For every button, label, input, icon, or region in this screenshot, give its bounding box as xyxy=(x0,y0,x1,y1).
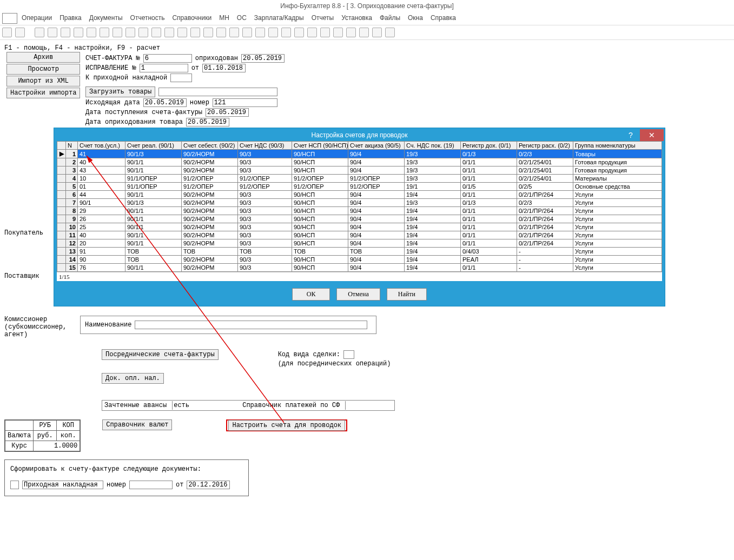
menu-documents[interactable]: Документы xyxy=(86,13,126,24)
toolbar-icon[interactable] xyxy=(74,28,83,37)
toolbar-icon[interactable] xyxy=(203,28,213,37)
load-goods-input[interactable] xyxy=(158,88,277,96)
cancel-button[interactable]: Отмена xyxy=(336,288,380,301)
out-num-input[interactable] xyxy=(213,98,277,107)
table-row[interactable]: 82990/1/190/2/НОРМ90/390/НСП90/419/40/1/… xyxy=(57,207,662,215)
copy-icon[interactable] xyxy=(48,28,57,37)
table-row[interactable]: 122090/1/190/2/НОРМ90/390/НСП90/419/40/1… xyxy=(57,239,662,248)
intermediary-sf-button[interactable]: Посреднические счета-фактуры xyxy=(102,349,219,360)
toolbar-icon[interactable] xyxy=(87,28,96,37)
toolbar-icon[interactable] xyxy=(281,28,291,37)
toolbar-icon[interactable] xyxy=(100,28,109,37)
toolbar-icon[interactable] xyxy=(15,28,25,37)
find-button[interactable]: Найти xyxy=(387,288,427,301)
toolbar-icon[interactable] xyxy=(2,28,12,37)
table-row[interactable]: 50191/1/ОПЕР91/2/ОПЕР91/2/ОПЕР91/2/ОПЕР9… xyxy=(57,183,662,191)
table-header[interactable]: Счет реал. (90/1) xyxy=(125,142,182,150)
menu-mn[interactable]: МН xyxy=(216,13,233,24)
toolbar-icon[interactable] xyxy=(242,28,252,37)
table-header[interactable]: Счет акциза (90/5) xyxy=(348,142,405,150)
doc-kind[interactable] xyxy=(22,481,103,489)
table-header[interactable]: Регистр расх. (0/2) xyxy=(517,142,573,150)
sf-posted-date[interactable] xyxy=(241,54,285,63)
name-input[interactable] xyxy=(135,321,367,329)
close-icon[interactable]: ✕ xyxy=(640,129,664,141)
table-row[interactable]: 1391ТОВТОВТОВТОВТОВ19/40/4/03-Услуги xyxy=(57,248,662,256)
currency-ref-button[interactable]: Справочник валют xyxy=(102,419,172,430)
toolbar-icon[interactable] xyxy=(320,28,330,37)
table-header[interactable]: Счет НДС (90/3) xyxy=(238,142,292,150)
corr-number-input[interactable] xyxy=(140,64,188,72)
cut-icon[interactable] xyxy=(35,28,44,37)
paste-icon[interactable] xyxy=(61,28,70,37)
toolbar-icon[interactable] xyxy=(113,28,122,37)
toolbar-icon[interactable] xyxy=(138,28,148,37)
table-row[interactable]: 157690/1/190/2/НОРМ90/390/НСП90/419/40/1… xyxy=(57,264,662,272)
toolbar-icon[interactable] xyxy=(385,28,395,37)
toolbar-icon[interactable] xyxy=(372,28,382,37)
menu-reporting[interactable]: Отчетность xyxy=(127,13,168,24)
toolbar-icon[interactable] xyxy=(255,28,265,37)
doc-check[interactable] xyxy=(10,481,19,489)
table-row[interactable]: ▶14190/1/390/2/НОРМ90/390/НСП90/419/30/1… xyxy=(57,150,662,158)
accounts-table[interactable]: NСчет тов.(усл.)Счет реал. (90/1)Счет се… xyxy=(57,141,662,272)
menu-edit[interactable]: Правка xyxy=(56,13,85,24)
pay-ref-input[interactable] xyxy=(345,401,372,410)
menu-windows[interactable]: Окна xyxy=(405,13,426,24)
menu-operations[interactable]: Операции xyxy=(18,13,55,24)
ok-button[interactable]: ОК xyxy=(292,288,330,301)
toolbar-icon[interactable] xyxy=(125,28,135,37)
import-xml-button[interactable]: Импорт из XML xyxy=(6,76,80,86)
table-header[interactable]: Группа номенклатуры xyxy=(573,142,662,150)
table-row[interactable]: 1490ТОВ90/2/НОРМ90/390/НСП90/419/4РЕАЛ-У… xyxy=(57,256,662,264)
toolbar-icon[interactable] xyxy=(346,28,356,37)
table-row[interactable]: 114090/1/190/2/НОРМ90/390/НСП90/419/40/1… xyxy=(57,231,662,239)
menu-files[interactable]: Файлы xyxy=(376,13,404,24)
table-row[interactable]: 34390/1/190/2/НОРМ90/390/НСП90/419/30/1/… xyxy=(57,166,662,175)
table-header[interactable]: Счет НСП (90/НСП) xyxy=(292,142,348,150)
toolbar-icon[interactable] xyxy=(307,28,317,37)
table-header[interactable]: Сч. НДС пок. (19) xyxy=(405,142,461,150)
table-row[interactable]: 41091/1/ОПЕР91/2/ОПЕР91/2/ОПЕР91/2/ОПЕР9… xyxy=(57,175,662,183)
doc-num-input[interactable] xyxy=(129,481,173,489)
table-header[interactable]: Счет себест. (90/2) xyxy=(182,142,238,150)
toolbar-icon[interactable] xyxy=(229,28,239,37)
sf-recv-date[interactable] xyxy=(206,108,249,117)
toolbar-icon[interactable] xyxy=(190,28,200,37)
table-row[interactable]: 64490/1/190/2/НОРМ90/390/НСП90/419/40/1/… xyxy=(57,191,662,199)
table-row[interactable]: 102590/1/190/2/НОРМ90/390/НСП90/419/40/1… xyxy=(57,223,662,231)
import-settings-button[interactable]: Настройки импорта xyxy=(6,88,80,98)
archive-button[interactable]: Архив xyxy=(6,52,80,63)
toolbar-icon[interactable] xyxy=(164,28,174,37)
menu-help[interactable]: Справка xyxy=(427,13,459,24)
menu-icon[interactable] xyxy=(2,13,17,24)
table-header[interactable] xyxy=(57,142,66,150)
advances-value[interactable] xyxy=(172,401,237,410)
menu-os[interactable]: ОС xyxy=(234,13,250,24)
preview-button[interactable]: Просмотр xyxy=(6,64,80,75)
sf-number-input[interactable] xyxy=(143,54,192,63)
menu-setup[interactable]: Установка xyxy=(338,13,375,24)
menu-salary[interactable]: Зарплата/Кадры xyxy=(251,13,307,24)
table-header[interactable]: Регистр дох. (0/1) xyxy=(461,142,517,150)
toolbar-icon[interactable] xyxy=(216,28,226,37)
toolbar-icon[interactable] xyxy=(151,28,161,37)
toolbar-icon[interactable] xyxy=(333,28,343,37)
load-goods-button[interactable]: Загрузить товары xyxy=(85,86,155,97)
table-header[interactable]: N xyxy=(66,142,78,150)
table-row[interactable]: 24090/1/190/2/НОРМ90/390/НСП90/419/30/1/… xyxy=(57,158,662,166)
out-date-input[interactable] xyxy=(143,98,187,107)
corr-from-date[interactable] xyxy=(202,64,246,72)
doc-from-date[interactable] xyxy=(187,481,230,489)
menu-refs[interactable]: Справочники xyxy=(169,13,215,24)
toolbar-icon[interactable] xyxy=(268,28,278,37)
table-row[interactable]: 790/190/1/390/2/НОРМ90/390/НСП90/419/30/… xyxy=(57,199,662,207)
table-row[interactable]: 92690/1/190/2/НОРМ90/390/НСП90/419/40/1/… xyxy=(57,215,662,223)
menu-reports[interactable]: Отчеты xyxy=(308,13,337,24)
toolbar-icon[interactable] xyxy=(294,28,304,37)
to-invoice-input[interactable] xyxy=(170,74,192,82)
toolbar-icon[interactable] xyxy=(177,28,187,37)
deal-code-input[interactable] xyxy=(343,350,354,359)
table-header[interactable]: Счет тов.(усл.) xyxy=(78,142,125,150)
configure-accounts-button[interactable]: Настроить счета для проводок xyxy=(228,420,345,431)
